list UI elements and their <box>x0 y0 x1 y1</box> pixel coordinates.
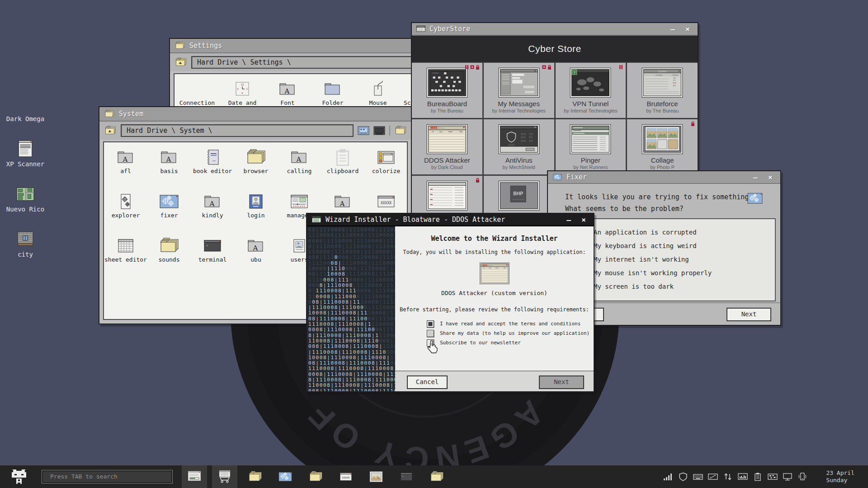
system-item-book-editor[interactable]: book editor <box>191 145 234 189</box>
system-item-fixer[interactable]: fixer <box>147 189 191 234</box>
svg-text:1234567: 1234567 <box>658 70 667 73</box>
taskbar-item-fixer-blue[interactable] <box>273 465 298 488</box>
minimize-button[interactable]: – <box>750 173 761 182</box>
system-item-explorer[interactable]: explorer <box>104 189 147 234</box>
system-item-terminal[interactable]: ›terminal <box>191 234 234 278</box>
store-tile-VPN-Tunnel[interactable]: VVPN Tunnelby Internal Technologies <box>556 63 626 118</box>
system-item-ubu[interactable]: Aubu <box>234 234 278 278</box>
taskbar-item-folder-stack[interactable] <box>303 465 328 488</box>
close-button[interactable]: × <box>578 216 589 224</box>
taskbar-item-folder-stack[interactable] <box>424 465 449 488</box>
minimize-button[interactable]: – <box>667 25 678 33</box>
svg-text:PORT: PORT <box>448 131 453 133</box>
svg-text:3: 3 <box>246 88 247 90</box>
folder-a-icon: A <box>245 236 267 255</box>
monitor-icon[interactable] <box>783 472 793 481</box>
icon-label: calling <box>287 168 312 175</box>
desktop-icon-Nuevo-Rico[interactable]: Nuevo Rico <box>5 184 45 230</box>
taskbar-item-password-window[interactable]: XXXXX <box>333 465 359 488</box>
network-arrows-icon[interactable] <box>723 472 733 481</box>
wizard-ascii-art: 08|1110008|1110008|11100 1110008|1110008… <box>307 226 395 391</box>
tile-app-icon: 123456712345612345105512094 <box>641 68 684 98</box>
folder-a-icon: A <box>115 148 137 167</box>
folder-up-icon[interactable] <box>175 57 187 68</box>
cat-logo-icon[interactable] <box>10 469 28 484</box>
system-item-afl[interactable]: Aafl <box>104 145 147 189</box>
fixer-option-label: My mouse isn't working properly <box>594 269 712 277</box>
tile-app-author: by The Bureau <box>431 108 463 113</box>
store-tile-Collage[interactable]: Collageby Photo P <box>627 119 698 174</box>
fixer-next-button[interactable]: Next <box>726 308 771 321</box>
keyboard-icon[interactable] <box>693 472 703 481</box>
tile-app-name: My Messages <box>498 100 540 108</box>
taskbar-item-image-photo[interactable] <box>363 465 389 488</box>
system-item-kindly[interactable]: Akindly <box>191 189 234 234</box>
folders-button-icon[interactable] <box>394 125 407 136</box>
wizard-checkbox-row[interactable]: Subscribe to our newsletter <box>427 338 594 347</box>
view-toggle-blue-icon[interactable] <box>358 126 369 135</box>
taskbar-item-installer-progress[interactable] <box>182 465 207 488</box>
svg-text:Attck: Attck <box>438 127 444 129</box>
checkbox-pressed-icon[interactable] <box>427 330 434 337</box>
shield-icon[interactable] <box>678 472 688 481</box>
store-tile-My-Messages[interactable]: My Messagesby Internal Technologies <box>484 63 554 118</box>
desktop-icon-city[interactable]: city <box>5 230 45 275</box>
system-item-calling[interactable]: Acalling <box>278 145 321 189</box>
system-titlebar[interactable]: System <box>99 107 411 122</box>
checkbox-checked-icon[interactable] <box>427 320 434 328</box>
wizard-checkbox-row[interactable]: Share my data (to help us improve our ap… <box>427 328 594 338</box>
close-button[interactable]: × <box>765 173 776 182</box>
cyberstore-titlebar[interactable]: CyberStore – × <box>412 23 698 36</box>
password-window-icon: XXXXX <box>338 470 354 483</box>
clipboard-icon <box>332 148 354 167</box>
clipboard-icon[interactable] <box>753 472 763 481</box>
wizard-titlebar[interactable]: Wizard Installer - Bloatware - DDOS Atta… <box>307 214 594 226</box>
svg-text:A: A <box>123 155 128 164</box>
stats-icon[interactable] <box>738 472 748 481</box>
store-tile-AntiVirus[interactable]: ||||||||||||||||||||||||||AntiVirusby Me… <box>484 119 554 174</box>
fixer-app-icon <box>552 173 562 181</box>
tile-badges <box>476 178 480 183</box>
tile-app-name: BureauBoard <box>427 100 467 108</box>
system-address-input[interactable]: Hard Drive \ System \ <box>121 124 354 137</box>
hand-cursor <box>427 340 439 353</box>
taskbar-item-folder-stack[interactable] <box>242 465 268 488</box>
folder-stack-icon <box>175 41 185 50</box>
folder-stack-icon <box>245 148 267 167</box>
store-tile-DDOS-Attacker[interactable]: DDOSAttckIPNCLPORTTHRDDOS Attackerby Dar… <box>412 119 482 174</box>
view-toggle-dark-icon[interactable] <box>373 126 385 135</box>
store-tile-BureauBoard[interactable]: 1234567BureauBoardby The Bureau <box>412 63 482 118</box>
world-map-icon[interactable] <box>768 472 778 481</box>
taskbar-item-cart[interactable] <box>212 465 237 488</box>
system-item-sheet-editor[interactable]: sheet editor <box>104 234 147 278</box>
system-item-sounds[interactable]: sounds <box>147 234 191 278</box>
folder-up-icon[interactable] <box>104 125 117 136</box>
system-item-colorize[interactable]: colorize <box>364 145 408 189</box>
wizard-checkbox-row[interactable]: I have read and accept the terms and con… <box>427 319 594 328</box>
store-tile-Pinger[interactable]: Pingerby Net Runners <box>556 119 626 174</box>
fixer-option-label: My internet isn't working <box>594 256 689 263</box>
store-tile-Bruteforce[interactable]: 123456712345612345105512094Bruteforceby … <box>627 63 698 118</box>
tile-app-author: by Internal Technologies <box>492 108 545 113</box>
fixer-intro-text: It looks like you are trying to fix some… <box>565 191 761 215</box>
desktop-icon-Dark-Omega[interactable]: <Dark Omega <box>5 94 45 139</box>
system-item-basis[interactable]: Abasis <box>147 145 191 189</box>
taskbar-item-terminal-dark[interactable]: › <box>394 465 419 488</box>
cancel-button[interactable]: Cancel <box>407 375 448 389</box>
search-input[interactable]: Press TAB to search <box>42 470 173 483</box>
system-item-clipboard[interactable]: clipboard <box>321 145 364 189</box>
signal-bars-icon[interactable] <box>663 472 673 481</box>
fixer-titlebar[interactable]: Fixer – × <box>548 171 780 184</box>
minimize-button[interactable]: – <box>563 216 574 224</box>
phone-vibrate-icon[interactable] <box>797 472 807 481</box>
tile-app-name: Pinger <box>581 156 600 164</box>
svg-text:9: 9 <box>237 88 238 90</box>
desktop-icon-XP-Scanner[interactable]: XP Scanner <box>5 139 45 184</box>
cart-icon <box>217 470 232 483</box>
close-button[interactable]: × <box>682 25 693 33</box>
system-item-browser[interactable]: browser <box>234 145 278 189</box>
system-item-login[interactable]: login <box>234 189 278 234</box>
screen-icon[interactable] <box>708 472 718 481</box>
icon-label: Font <box>280 100 294 107</box>
next-button[interactable]: Next <box>539 375 584 389</box>
